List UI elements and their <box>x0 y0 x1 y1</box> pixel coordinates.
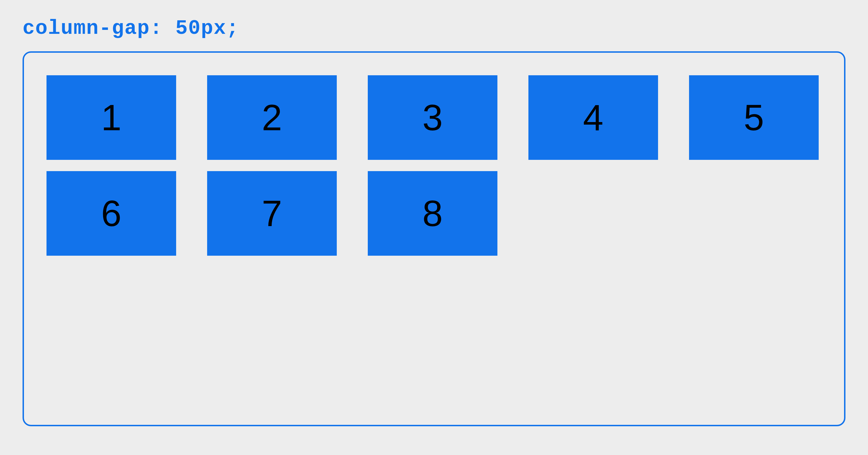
grid: 1 2 3 4 5 6 7 8 <box>46 75 822 256</box>
css-property-title: column-gap: 50px; <box>23 17 845 40</box>
grid-cell: 2 <box>207 75 337 160</box>
grid-cell: 5 <box>689 75 819 160</box>
grid-cell: 3 <box>368 75 497 160</box>
grid-cell: 8 <box>368 171 497 256</box>
grid-container: 1 2 3 4 5 6 7 8 <box>23 51 845 426</box>
grid-cell: 1 <box>46 75 176 160</box>
grid-cell: 6 <box>46 171 176 256</box>
grid-cell: 4 <box>528 75 658 160</box>
grid-cell: 7 <box>207 171 337 256</box>
